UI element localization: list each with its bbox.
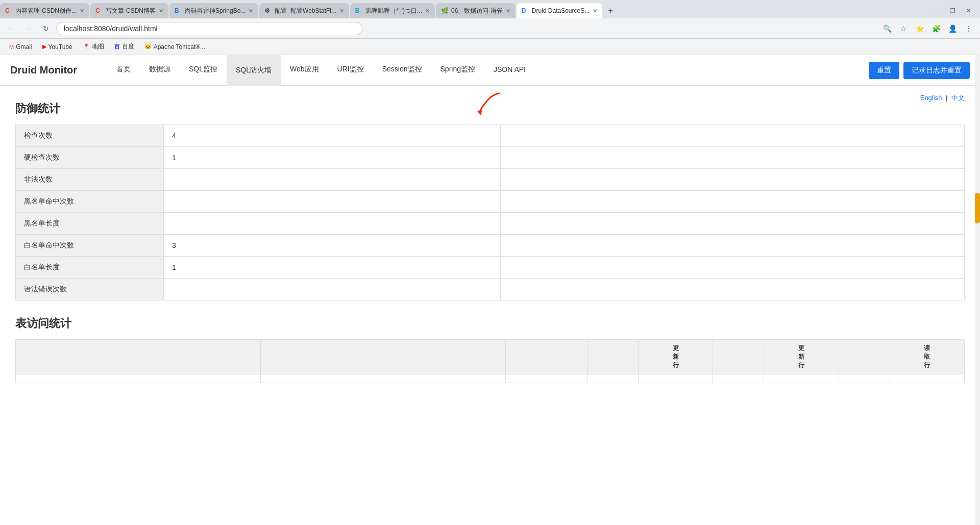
col-header-read-row: 读取行 — [890, 340, 964, 374]
page-content: Druid Monitor 首页 数据源 SQL监控 SQL防火墙 Web应用 … — [0, 55, 980, 525]
tab-4[interactable]: ⚙ 配置_配置WebStatFi... ✕ — [259, 3, 349, 18]
row-label-2: 非法次数 — [16, 169, 164, 191]
bookmark-icon[interactable]: ☆ — [896, 21, 911, 36]
tab-close-2[interactable]: ✕ — [159, 8, 163, 14]
nav-item-uri-monitor[interactable]: URI监控 — [328, 55, 373, 86]
scrollbar-thumb[interactable] — [975, 193, 980, 223]
tab-close-5[interactable]: ✕ — [425, 8, 430, 14]
bookmark-youtube[interactable]: ▶ YouTube — [38, 42, 77, 52]
tab-6[interactable]: 🌿 06、数据访问·语雀 ✕ — [436, 3, 516, 18]
reset-button[interactable]: 重置 — [869, 62, 899, 79]
table-access-section: 表访问统计 更新行 更新行 读取行 — [15, 316, 965, 383]
bookmark-tomcat[interactable]: 🐱 Apache Tomcat®... — [140, 42, 209, 52]
access-cell — [839, 374, 890, 383]
row-extra-6 — [501, 257, 965, 279]
tab-close-6[interactable]: ✕ — [506, 8, 510, 14]
bookmark-baidu[interactable]: 百 百度 — [110, 41, 138, 52]
tab-3[interactable]: B 尚硅谷雷神SpringBo... ✕ — [169, 3, 258, 18]
tab-close-4[interactable]: ✕ — [339, 8, 344, 14]
table-row: 检查次数 4 — [16, 125, 965, 147]
access-table-row — [16, 374, 965, 383]
lang-selector: English | 中文 — [920, 93, 965, 103]
address-bar-row: ← → ↻ 🔍 ☆ ⭐ 🧩 👤 ⋮ — [0, 18, 980, 39]
new-tab-button[interactable]: + — [603, 4, 618, 18]
row-extra-1 — [501, 147, 965, 169]
tab-bar: C 内容管理-CSDN创作... ✕ C 写文章-CSDN博客 ✕ B 尚硅谷雷… — [0, 0, 980, 18]
row-value-5: 3 — [164, 235, 501, 257]
nav-item-sql-monitor[interactable]: SQL监控 — [180, 55, 227, 86]
row-extra-2 — [501, 169, 965, 191]
tab-favicon-6: 🌿 — [441, 7, 448, 14]
lang-chinese-link[interactable]: 中文 — [951, 94, 965, 102]
search-icon[interactable]: 🔍 — [880, 21, 894, 36]
row-label-0: 检查次数 — [16, 125, 164, 147]
row-label-1: 硬检查次数 — [16, 147, 164, 169]
tab-title-5: 叽哩叽哩（*'-')つ口... — [365, 7, 422, 15]
nav-item-home[interactable]: 首页 — [107, 55, 140, 86]
row-label-7: 语法错误次数 — [16, 279, 164, 301]
col-header-3 — [506, 340, 587, 374]
bookmark-baidu-label: 百度 — [122, 42, 134, 51]
reload-button[interactable]: ↻ — [39, 21, 53, 36]
baidu-icon: 百 — [114, 43, 120, 51]
extensions-icon[interactable]: 🧩 — [929, 21, 943, 36]
nav-buttons: 重置 记录日志并重置 — [869, 62, 970, 79]
row-extra-4 — [501, 213, 965, 235]
tab-favicon-3: B — [175, 7, 182, 14]
top-nav: Druid Monitor 首页 数据源 SQL监控 SQL防火墙 Web应用 … — [0, 55, 980, 86]
row-label-6: 白名单长度 — [16, 257, 164, 279]
tab-1[interactable]: C 内容管理-CSDN创作... ✕ — [0, 3, 89, 18]
toolbar-icons: 🔍 ☆ ⭐ 🧩 👤 ⋮ — [880, 21, 976, 36]
address-input[interactable] — [56, 22, 362, 35]
tab-close-1[interactable]: ✕ — [80, 8, 84, 14]
bookmarks-bar: M Gmail ▶ YouTube 📍 地图 百 百度 🐱 Apache Tom… — [0, 39, 980, 55]
tab-close-3[interactable]: ✕ — [249, 8, 253, 14]
bookmark-maps[interactable]: 📍 地图 — [79, 41, 108, 52]
restore-button[interactable]: ❐ — [945, 5, 960, 16]
col-header-update-row: 更新行 — [639, 340, 713, 374]
access-cell — [587, 374, 639, 383]
maps-icon: 📍 — [83, 43, 90, 50]
access-cell — [764, 374, 839, 383]
nav-item-web-app[interactable]: Web应用 — [281, 55, 328, 86]
tab-close-7[interactable]: ✕ — [593, 8, 597, 14]
lang-english-link[interactable]: English — [920, 94, 942, 102]
tab-5[interactable]: B 叽哩叽哩（*'-')つ口... ✕ — [350, 3, 435, 18]
forward-button[interactable]: → — [21, 21, 36, 36]
nav-item-session-monitor[interactable]: Session监控 — [373, 55, 431, 86]
bookmark-saved-icon[interactable]: ⭐ — [913, 21, 927, 36]
row-value-3 — [164, 191, 501, 213]
table-access-title: 表访问统计 — [15, 316, 965, 331]
access-cell — [16, 374, 261, 383]
arrow-annotation — [470, 91, 510, 118]
right-scrollbar[interactable] — [975, 55, 980, 525]
back-button[interactable]: ← — [4, 21, 18, 36]
table-row: 黑名单长度 — [16, 213, 965, 235]
bookmark-gmail[interactable]: M Gmail — [5, 42, 36, 52]
access-cell — [713, 374, 764, 383]
nav-item-json-api[interactable]: JSON API — [484, 55, 535, 86]
tab-title-6: 06、数据访问·语雀 — [451, 7, 503, 15]
table-row: 白名单长度 1 — [16, 257, 965, 279]
profile-icon[interactable]: 👤 — [945, 21, 960, 36]
stats-table: 检查次数 4 硬检查次数 1 非法次数 黑名单命中次数 — [15, 124, 965, 301]
tab-favicon-4: ⚙ — [264, 7, 272, 14]
minimize-button[interactable]: — — [929, 5, 943, 16]
tab-7[interactable]: D Druid DataSourceS... ✕ — [517, 3, 602, 18]
access-table: 更新行 更新行 读取行 — [15, 339, 965, 383]
browser-chrome: C 内容管理-CSDN创作... ✕ C 写文章-CSDN博客 ✕ B 尚硅谷雷… — [0, 0, 980, 55]
nav-item-datasource[interactable]: 数据源 — [140, 55, 180, 86]
svg-marker-0 — [477, 110, 482, 115]
tab-title-7: Druid DataSourceS... — [532, 7, 590, 14]
log-reset-button[interactable]: 记录日志并重置 — [903, 62, 970, 79]
tab-2[interactable]: C 写文章-CSDN博客 ✕ — [90, 3, 168, 18]
nav-item-sql-firewall[interactable]: SQL防火墙 — [227, 55, 281, 86]
nav-item-spring-monitor[interactable]: Spring监控 — [431, 55, 484, 86]
menu-icon[interactable]: ⋮ — [962, 21, 976, 36]
tab-title-1: 内容管理-CSDN创作... — [15, 7, 77, 15]
tab-favicon-1: C — [5, 7, 12, 14]
close-window-button[interactable]: ✕ — [962, 5, 976, 16]
row-label-4: 黑名单长度 — [16, 213, 164, 235]
table-row: 语法错误次数 — [16, 279, 965, 301]
bookmark-gmail-label: Gmail — [16, 43, 32, 51]
